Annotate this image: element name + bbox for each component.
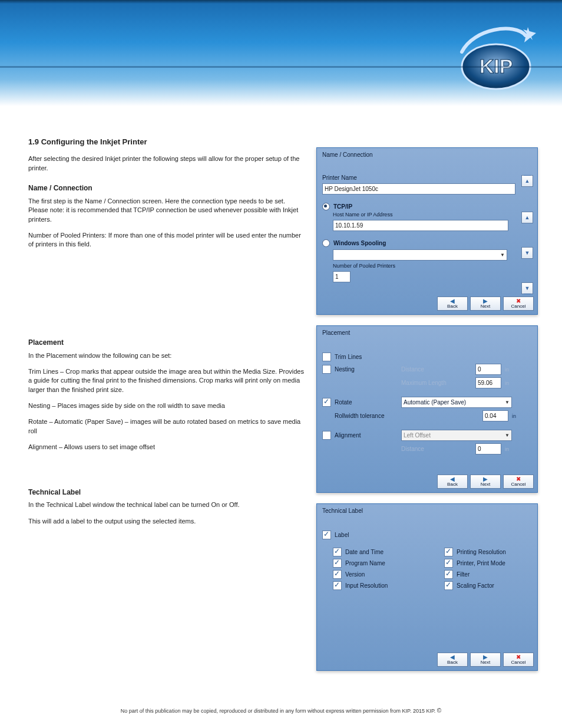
unit-in: in — [505, 446, 509, 452]
back-button[interactable]: ◀Back — [437, 653, 468, 667]
trim-lines-checkbox[interactable] — [322, 353, 331, 361]
rollwidth-label: Rollwidth tolerance — [335, 413, 385, 419]
placement-panel: Placement Trim Lines Nesting Distance 0 — [316, 325, 538, 493]
techlabel-desc2: This will add a label to the output usin… — [28, 517, 305, 526]
placement-item-3: Alignment – Allows users to set image of… — [28, 443, 305, 452]
filter-label: Filter — [457, 571, 470, 578]
left-instructions: 1.9 Configuring the Inkjet Printer After… — [28, 137, 305, 533]
rotate-select[interactable]: Automatic (Paper Save) ▼ — [401, 397, 512, 408]
footer-text: No part of this publication may be copie… — [121, 708, 435, 714]
distance-label: Distance — [401, 366, 472, 373]
maxlen-label: Maximum Length — [401, 380, 472, 386]
back-button[interactable]: ◀Back — [437, 475, 468, 489]
winspool-radio[interactable] — [322, 239, 330, 247]
scaling-label: Scaling Factor — [457, 582, 494, 589]
host-field[interactable]: 10.10.1.59 — [333, 220, 508, 231]
align-distance-label: Distance — [401, 446, 472, 452]
printermode-checkbox[interactable] — [444, 559, 453, 568]
alignment-label: Alignment — [335, 432, 361, 439]
panel-title: Placement — [317, 326, 537, 340]
nesting-checkbox[interactable] — [322, 365, 331, 374]
pooled-field[interactable]: 1 — [333, 271, 351, 282]
footer: No part of this publication may be copie… — [0, 707, 562, 714]
svg-text:KIP: KIP — [480, 55, 513, 77]
winspool-select[interactable]: ▼ — [333, 249, 507, 261]
copyright-icon: © — [437, 707, 441, 714]
scroll-top-button[interactable]: ▲ — [521, 175, 533, 187]
unit-in: in — [512, 413, 516, 419]
placement-item-0: Trim Lines – Crop marks that appear outs… — [28, 367, 305, 394]
pooled-label: Number of Pooled Printers — [333, 263, 395, 269]
host-label: Host Name or IP Address — [333, 212, 392, 218]
next-button[interactable]: ▶Next — [470, 653, 501, 667]
dropdown-icon: ▼ — [505, 433, 510, 438]
intro-text: After selecting the desired Inkjet print… — [28, 154, 305, 173]
version-label: Version — [345, 571, 365, 578]
scroll-bottom-button[interactable]: ▼ — [521, 282, 533, 294]
tcpip-label: TCP/IP — [333, 203, 352, 210]
label-checkbox[interactable] — [322, 531, 331, 539]
cancel-button[interactable]: ✖Cancel — [503, 475, 534, 489]
unit-in: in — [505, 380, 509, 386]
alignment-value: Left Offset — [404, 432, 431, 439]
placement-item-1: Nesting – Places images side by side on … — [28, 401, 305, 410]
placement-item-2: Rotate – Automatic (Paper Save) – images… — [28, 417, 305, 436]
placement-list-intro: In the Placement window the following ca… — [28, 351, 305, 360]
pooled-desc: Number of Pooled Printers: If more than … — [28, 231, 305, 249]
scaling-checkbox[interactable] — [444, 581, 453, 590]
alignment-select[interactable]: Left Offset ▼ — [401, 430, 512, 441]
distance-field[interactable]: 0 — [475, 364, 501, 375]
cancel-button[interactable]: ✖Cancel — [503, 653, 534, 667]
nesting-label: Nesting — [335, 366, 355, 373]
maxlen-field[interactable]: 59.06 — [475, 377, 501, 388]
back-button[interactable]: ◀Back — [437, 297, 468, 311]
label-label: Label — [335, 532, 349, 538]
next-button[interactable]: ▶Next — [470, 297, 501, 311]
rotate-value: Automatic (Paper Save) — [404, 399, 466, 406]
nameconn-desc: The first step is the Name / Connection … — [28, 197, 305, 224]
svg-point-0 — [462, 44, 530, 89]
printres-label: Printing Resolution — [457, 549, 506, 555]
inputres-label: Input Resolution — [345, 582, 388, 589]
datetime-checkbox[interactable] — [333, 548, 342, 556]
align-distance-field[interactable]: 0 — [475, 443, 501, 454]
printres-checkbox[interactable] — [444, 548, 453, 556]
kip-logo: KIP — [450, 17, 538, 105]
winspool-label: Windows Spooling — [333, 240, 386, 246]
panel-title: Name / Connection — [317, 148, 537, 162]
datetime-label: Date and Time — [345, 549, 384, 555]
techlabel-desc1: In the Technical Label window the techni… — [28, 500, 305, 509]
printer-name-label: Printer Name — [322, 174, 357, 181]
alignment-checkbox[interactable] — [322, 431, 331, 440]
version-checkbox[interactable] — [333, 570, 342, 579]
scroll-down-button[interactable]: ▼ — [521, 247, 533, 259]
inputres-checkbox[interactable] — [333, 581, 342, 590]
techlabel-heading: Technical Label — [28, 487, 305, 498]
nameconn-heading: Name / Connection — [28, 183, 305, 193]
next-button[interactable]: ▶Next — [470, 475, 501, 489]
technical-label-panel: Technical Label Label Date and Time Prin… — [316, 503, 538, 671]
progname-checkbox[interactable] — [333, 559, 342, 568]
tcpip-radio[interactable] — [322, 203, 330, 210]
dropdown-icon: ▼ — [505, 400, 510, 405]
filter-checkbox[interactable] — [444, 570, 453, 579]
rotate-checkbox[interactable] — [322, 398, 331, 407]
page-banner: KIP — [0, 0, 562, 106]
trim-lines-label: Trim Lines — [335, 354, 362, 360]
section-heading: 1.9 Configuring the Inkjet Printer — [28, 137, 305, 147]
printer-name-field[interactable]: HP DesignJet 1050c — [322, 183, 515, 195]
cancel-button[interactable]: ✖Cancel — [503, 297, 534, 311]
rollwidth-field[interactable]: 0.04 — [482, 410, 508, 421]
dropdown-icon: ▼ — [500, 252, 505, 258]
placement-heading: Placement — [28, 338, 305, 348]
printermode-label: Printer, Print Mode — [457, 560, 505, 566]
panel-title: Technical Label — [317, 504, 537, 518]
unit-in: in — [505, 367, 509, 373]
progname-label: Program Name — [345, 560, 385, 566]
name-connection-panel: Name / Connection Printer Name HP Design… — [316, 147, 538, 315]
scroll-up-button[interactable]: ▲ — [521, 212, 533, 223]
rotate-label: Rotate — [335, 399, 352, 406]
